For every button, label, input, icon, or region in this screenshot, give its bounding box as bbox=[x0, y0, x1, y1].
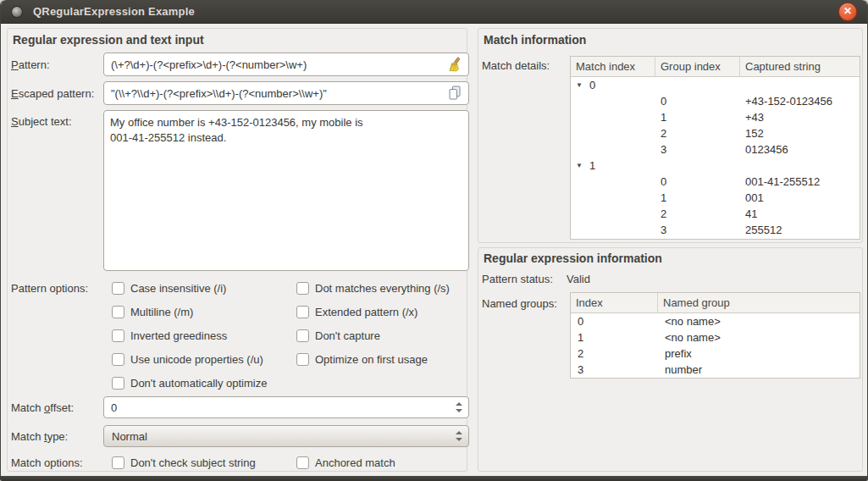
close-icon: ✕ bbox=[839, 3, 856, 19]
subject-textarea[interactable]: My office number is +43-152-0123456, my … bbox=[103, 110, 469, 271]
table-row[interactable]: 0 <no name> bbox=[571, 313, 860, 329]
titlebar: QRegularExpression Example ✕ bbox=[1, 0, 867, 24]
combo-down-icon bbox=[456, 438, 462, 441]
subject-text-label: Subject text: bbox=[11, 115, 72, 128]
named-groups-label: Named groups: bbox=[482, 297, 557, 310]
tree-row[interactable]: 0 +43-152-0123456 bbox=[571, 93, 860, 109]
window-bottom-border bbox=[1, 476, 867, 481]
match-type-label: Match type: bbox=[11, 430, 68, 443]
expand-arrow-icon[interactable]: ▼ bbox=[576, 77, 583, 93]
option-optimize-first-usage[interactable]: Optimize on first usage bbox=[296, 352, 428, 366]
option-unicode-properties[interactable]: Use unicode properties (/u) bbox=[112, 352, 263, 366]
pattern-status-label: Pattern status: bbox=[482, 273, 553, 285]
match-offset-label: Match offset: bbox=[11, 401, 74, 414]
checkbox[interactable] bbox=[112, 456, 124, 469]
checkbox[interactable] bbox=[112, 377, 124, 390]
pattern-options-label: Pattern options: bbox=[11, 282, 88, 295]
match-type-value: Normal bbox=[112, 430, 147, 443]
match-offset-value: 0 bbox=[111, 401, 462, 414]
option-case-insensitive[interactable]: Case insensitive (/i) bbox=[112, 281, 226, 295]
option-extended-pattern[interactable]: Extended pattern (/x) bbox=[296, 305, 417, 318]
column-header-index[interactable]: Index bbox=[571, 293, 658, 312]
option-dont-auto-optimize[interactable]: Don't automatically optimize bbox=[112, 376, 267, 390]
pattern-value: (\+?\d+)-(?<prefix>\d+)-(?<number>\w+) bbox=[111, 58, 441, 71]
pattern-label: Pattern: bbox=[11, 58, 50, 71]
column-header-named-group[interactable]: Named group bbox=[658, 293, 860, 312]
escaped-pattern-input[interactable]: "(\\+?\\d+)-(?<prefix>\\d+)-(?<number>\\… bbox=[103, 81, 469, 105]
tree-row[interactable]: 1 +43 bbox=[571, 109, 860, 125]
checkbox[interactable] bbox=[296, 329, 309, 342]
table-body: 0 <no name> 1 <no name> 2 prefix 3 numbe… bbox=[571, 313, 860, 378]
tree-row[interactable]: 3 255512 bbox=[571, 222, 860, 238]
window-title: QRegularExpression Example bbox=[33, 5, 195, 18]
tree-row[interactable]: 3 0123456 bbox=[571, 141, 860, 158]
input-group-title: Regular expression and text input bbox=[13, 33, 204, 47]
option-inverted-greediness[interactable]: Inverted greediness bbox=[112, 329, 227, 342]
app-window: QRegularExpression Example ✕ Regular exp… bbox=[0, 0, 868, 481]
option-dont-capture[interactable]: Don't capture bbox=[296, 329, 380, 342]
expand-arrow-icon[interactable]: ▼ bbox=[576, 158, 583, 174]
option-dont-check-subject[interactable]: Don't check subject string bbox=[112, 456, 256, 469]
checkbox[interactable] bbox=[112, 306, 124, 318]
tree-row-match-1[interactable]: ▼ 1 bbox=[571, 158, 860, 174]
table-row[interactable]: 1 <no name> bbox=[571, 329, 860, 346]
option-multiline[interactable]: Multiline (/m) bbox=[112, 305, 193, 318]
spin-down-icon[interactable] bbox=[456, 409, 462, 412]
tree-row[interactable]: 0 001-41-255512 bbox=[571, 174, 860, 190]
combo-up-icon bbox=[456, 431, 462, 434]
close-button[interactable]: ✕ bbox=[839, 3, 856, 20]
spinner-arrows[interactable] bbox=[455, 401, 462, 413]
column-header-captured-string[interactable]: Captured string bbox=[740, 57, 860, 76]
option-anchored-match[interactable]: Anchored match bbox=[296, 456, 395, 469]
option-dot-matches-everything[interactable]: Dot matches everything (/s) bbox=[296, 281, 450, 295]
regex-group-title: Regular expression information bbox=[484, 252, 662, 265]
tree-row-match-0[interactable]: ▼ 0 bbox=[571, 77, 860, 93]
match-options-label: Match options: bbox=[11, 456, 83, 469]
tree-header: Match index Group index Captured string bbox=[571, 57, 860, 77]
column-header-match-index[interactable]: Match index bbox=[571, 57, 655, 76]
copy-icon bbox=[448, 86, 462, 101]
checkbox[interactable] bbox=[112, 329, 124, 342]
escaped-pattern-value: "(\\+?\\d+)-(?<prefix>\\d+)-(?<number>\\… bbox=[111, 87, 443, 100]
window-icon bbox=[12, 7, 22, 17]
checkbox[interactable] bbox=[296, 306, 309, 318]
combo-arrows bbox=[455, 430, 462, 442]
escaped-pattern-label: Escaped pattern: bbox=[11, 87, 94, 100]
table-row[interactable]: 2 prefix bbox=[571, 346, 860, 362]
table-row[interactable]: 3 number bbox=[571, 362, 860, 378]
table-header: Index Named group bbox=[571, 293, 860, 313]
match-type-combobox[interactable]: Normal bbox=[103, 425, 469, 447]
match-details-label: Match details: bbox=[482, 59, 550, 72]
checkbox[interactable] bbox=[112, 282, 124, 295]
checkbox[interactable] bbox=[296, 456, 309, 469]
match-details-tree[interactable]: Match index Group index Captured string … bbox=[570, 56, 860, 240]
broom-icon bbox=[446, 57, 462, 72]
pattern-input[interactable]: (\+?\d+)-(?<prefix>\d+)-(?<number>\w+) bbox=[103, 53, 469, 76]
column-header-group-index[interactable]: Group index bbox=[655, 57, 740, 76]
clear-pattern-button[interactable] bbox=[446, 57, 462, 72]
named-groups-table[interactable]: Index Named group 0 <no name> 1 <no name… bbox=[570, 292, 860, 379]
checkbox[interactable] bbox=[296, 282, 309, 295]
spin-up-icon[interactable] bbox=[456, 402, 462, 406]
pattern-status-value: Valid bbox=[567, 273, 590, 285]
checkbox[interactable] bbox=[296, 353, 309, 366]
tree-body: ▼ 0 0 +43-152-0123456 1 +43 2 152 3 0123… bbox=[571, 77, 860, 238]
match-offset-spinbox[interactable]: 0 bbox=[103, 396, 469, 418]
tree-row[interactable]: 2 41 bbox=[571, 206, 860, 222]
checkbox[interactable] bbox=[112, 353, 124, 366]
match-group-title: Match information bbox=[484, 33, 586, 47]
copy-button[interactable] bbox=[448, 86, 462, 101]
tree-row[interactable]: 2 152 bbox=[571, 125, 860, 141]
tree-row[interactable]: 1 001 bbox=[571, 190, 860, 206]
